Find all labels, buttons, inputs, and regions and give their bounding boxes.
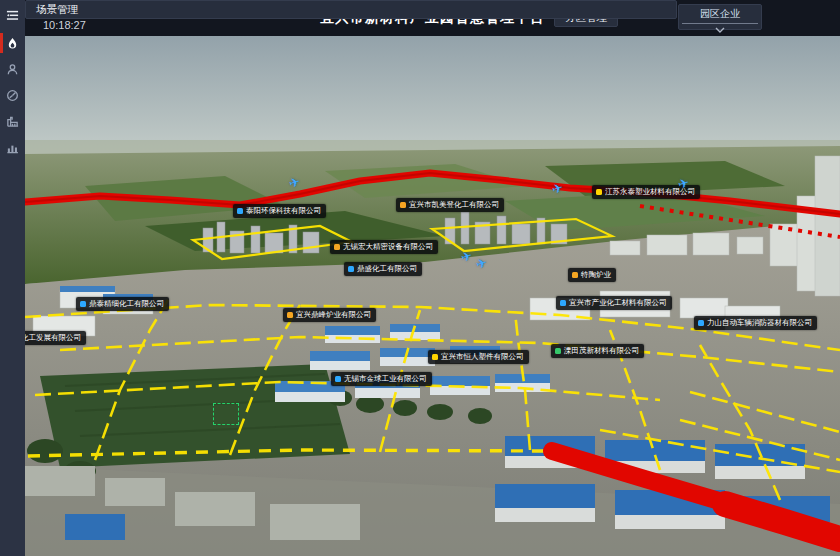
company-label-text: 鼎泰精细化工有限公司 bbox=[89, 300, 164, 308]
company-marker-icon bbox=[348, 266, 354, 272]
park-enterprise-dropdown[interactable]: 园区企业 bbox=[678, 4, 762, 30]
company-label-text: 特陶炉业 bbox=[581, 271, 611, 279]
company-label-text: 无锡市金球工业有限公司 bbox=[344, 375, 427, 383]
company-label[interactable]: 溧田茂新材料有限公司 bbox=[551, 344, 644, 358]
company-label-text: 江苏永泰塑业材料有限公司 bbox=[605, 188, 695, 196]
company-marker-icon bbox=[237, 208, 243, 214]
company-label[interactable]: 鼎泰精细化工有限公司 bbox=[76, 297, 169, 311]
company-marker-icon bbox=[80, 301, 86, 307]
time-display: 10:18:27 bbox=[43, 19, 86, 31]
company-label[interactable]: 泰阳环保科技有限公司 bbox=[233, 204, 326, 218]
company-label-text: 宜兴市凯美登化工有限公司 bbox=[409, 201, 499, 209]
bar-chart-icon bbox=[6, 141, 19, 154]
sidebar-item-alarm[interactable] bbox=[0, 30, 25, 56]
company-marker-icon bbox=[334, 244, 340, 250]
sidebar-nav bbox=[0, 0, 25, 556]
company-label-text: 溧田茂新材料有限公司 bbox=[564, 347, 639, 355]
company-label-text: 宜兴鼎峰炉业有限公司 bbox=[296, 311, 371, 319]
sidebar-item-personnel[interactable] bbox=[0, 56, 25, 82]
company-marker-icon bbox=[596, 189, 602, 195]
company-label[interactable]: 力山自动车辆消防器材有限公司 bbox=[694, 316, 817, 330]
company-marker-icon bbox=[555, 348, 561, 354]
company-label[interactable]: 无锡宏大精密设备有限公司 bbox=[330, 240, 438, 254]
company-label[interactable]: 无锡市金球工业有限公司 bbox=[331, 372, 432, 386]
flame-icon bbox=[6, 37, 19, 50]
company-label[interactable]: 宜兴市凯美登化工有限公司 bbox=[396, 198, 504, 212]
app-window: 泰阳环保科技有限公司宜兴市凯美登化工有限公司江苏永泰塑业材料有限公司无锡宏大精密… bbox=[0, 0, 840, 556]
company-label[interactable]: 特陶炉业 bbox=[568, 268, 616, 282]
company-label[interactable]: 鼎盛化工有限公司 bbox=[344, 262, 422, 276]
company-marker-icon bbox=[698, 320, 704, 326]
company-label-text: 无锡宏大精密设备有限公司 bbox=[343, 243, 433, 251]
company-marker-icon bbox=[400, 202, 406, 208]
company-marker-icon bbox=[560, 300, 566, 306]
company-marker-icon bbox=[572, 272, 578, 278]
sidebar-item-menu[interactable] bbox=[0, 0, 25, 30]
sidebar-item-statistics[interactable] bbox=[0, 134, 25, 160]
sidebar-item-enterprise[interactable] bbox=[0, 108, 25, 134]
company-label-text: 宜兴市产业化工材料有限公司 bbox=[569, 299, 667, 307]
dropdown-label: 园区企业 bbox=[682, 5, 758, 24]
company-label-text: 鼎盛化工有限公司 bbox=[357, 265, 417, 273]
company-label-text: 兴达化工发展有限公司 bbox=[25, 334, 81, 342]
company-label[interactable]: 江苏永泰塑业材料有限公司 bbox=[592, 185, 700, 199]
company-label-text: 宜兴市恒人塑件有限公司 bbox=[441, 353, 524, 361]
map-scene bbox=[25, 36, 840, 556]
company-label[interactable]: 宜兴市产业化工材料有限公司 bbox=[556, 296, 672, 310]
company-label-text: 力山自动车辆消防器材有限公司 bbox=[707, 319, 812, 327]
scene-management-button[interactable]: 场景管理 bbox=[25, 0, 677, 19]
company-label[interactable]: 宜兴鼎峰炉业有限公司 bbox=[283, 308, 376, 322]
company-marker-icon bbox=[335, 376, 341, 382]
gauge-icon bbox=[6, 89, 19, 102]
company-marker-icon bbox=[432, 354, 438, 360]
top-header: 2020 年 11 月 13 日 10:18:27 宜兴市新材料产业园智慧管理平… bbox=[25, 0, 840, 36]
factory-icon bbox=[6, 115, 19, 128]
company-label[interactable]: 兴达化工发展有限公司 bbox=[25, 331, 86, 345]
sidebar-item-monitor[interactable] bbox=[0, 82, 25, 108]
company-label[interactable]: 宜兴市恒人塑件有限公司 bbox=[428, 350, 529, 364]
menu-icon bbox=[6, 9, 19, 22]
company-marker-icon bbox=[287, 312, 293, 318]
map-canvas[interactable]: 泰阳环保科技有限公司宜兴市凯美登化工有限公司江苏永泰塑业材料有限公司无锡宏大精密… bbox=[25, 36, 840, 556]
company-label-text: 泰阳环保科技有限公司 bbox=[246, 207, 321, 215]
person-icon bbox=[6, 63, 19, 76]
chevron-down-icon bbox=[679, 24, 761, 33]
